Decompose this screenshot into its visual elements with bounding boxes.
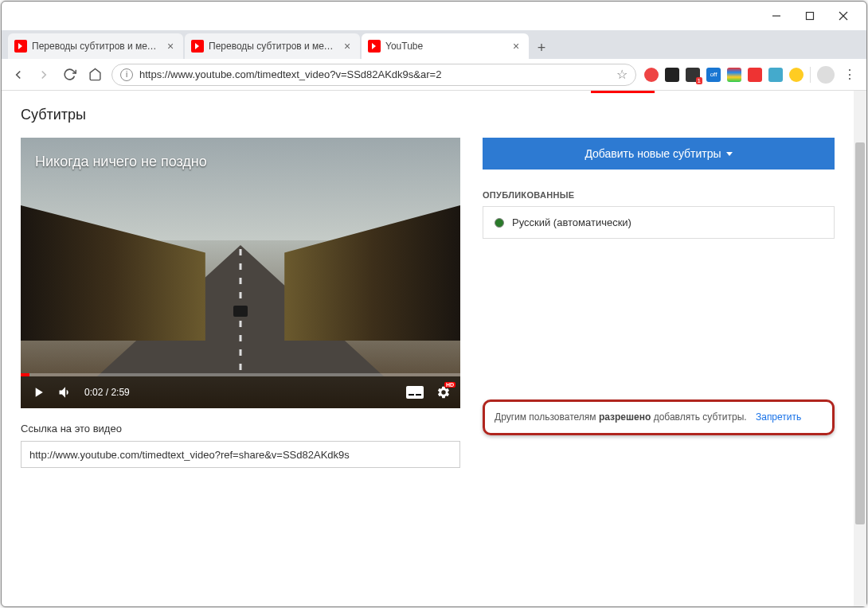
extension-icon[interactable] — [789, 68, 803, 82]
home-button[interactable] — [86, 66, 104, 84]
add-subtitles-button[interactable]: Добавить новые субтитры — [483, 138, 835, 170]
extension-icons: 1 off ⋮ — [644, 66, 858, 84]
new-tab-button[interactable]: + — [530, 37, 553, 59]
url-text: https://www.youtube.com/timedtext_video?… — [139, 68, 610, 80]
extension-icon[interactable] — [644, 68, 659, 82]
video-controls: 0:02 / 2:59 HD — [21, 376, 460, 408]
reload-button[interactable] — [61, 66, 78, 84]
svg-rect-6 — [416, 394, 421, 396]
settings-button[interactable]: HD — [436, 385, 451, 399]
extension-icon[interactable] — [748, 68, 762, 82]
published-label: ОПУБЛИКОВАННЫЕ — [483, 190, 835, 200]
browser-tab-3[interactable]: YouTube × — [362, 33, 529, 59]
back-button[interactable] — [10, 66, 27, 84]
share-link-input[interactable] — [21, 441, 460, 468]
browser-tab-1[interactable]: Переводы субтитров и метадан × — [8, 33, 183, 59]
extension-icon[interactable]: 1 — [686, 68, 700, 82]
site-info-icon[interactable]: i — [120, 68, 133, 81]
forward-button[interactable] — [35, 66, 53, 84]
youtube-icon — [368, 40, 381, 53]
scrollbar[interactable] — [854, 91, 866, 606]
bookmark-star-icon[interactable]: ☆ — [616, 67, 628, 82]
active-tab-indicator — [2, 91, 854, 99]
deny-link[interactable]: Запретить — [756, 411, 801, 423]
permission-notice: Другим пользователям разрешено добавлять… — [483, 399, 835, 435]
window-titlebar — [2, 2, 866, 30]
language-name: Русский (автоматически) — [512, 216, 631, 228]
tab-strip: Переводы субтитров и метадан × Переводы … — [2, 30, 866, 59]
svg-rect-4 — [406, 386, 424, 399]
volume-button[interactable] — [57, 384, 73, 400]
page-heading: Субтитры — [21, 107, 835, 123]
status-dot-icon — [495, 218, 504, 228]
maximize-button[interactable] — [793, 5, 827, 27]
extension-icon[interactable] — [665, 68, 679, 82]
url-input[interactable]: i https://www.youtube.com/timedtext_vide… — [111, 64, 636, 86]
tab-title: Переводы субтитров и метадан — [209, 41, 336, 52]
tab-title: Переводы субтитров и метадан — [32, 41, 159, 52]
close-tab-icon[interactable]: × — [341, 40, 354, 53]
svg-rect-1 — [807, 13, 814, 20]
minimize-button[interactable] — [760, 5, 793, 27]
scrollbar-thumb[interactable] — [855, 142, 865, 524]
hd-badge: HD — [444, 382, 456, 388]
close-tab-icon[interactable]: × — [510, 40, 522, 53]
browser-tab-2[interactable]: Переводы субтитров и метадан × — [185, 33, 360, 59]
language-item[interactable]: Русский (автоматически) — [483, 206, 835, 239]
profile-avatar[interactable] — [817, 66, 835, 84]
close-tab-icon[interactable]: × — [164, 40, 177, 53]
tab-title: YouTube — [385, 41, 505, 52]
svg-rect-5 — [409, 394, 414, 396]
play-button[interactable] — [30, 384, 46, 400]
link-label: Ссылка на это видео — [21, 423, 460, 435]
extension-icon[interactable] — [727, 68, 741, 82]
page-content: Субтитры Никогда ничего не поздно — [2, 91, 854, 606]
address-bar: i https://www.youtube.com/timedtext_vide… — [2, 59, 866, 91]
video-frame — [21, 138, 460, 408]
menu-button[interactable]: ⋮ — [841, 66, 858, 84]
video-player[interactable]: Никогда ничего не поздно 0:02 / 2:59 HD — [21, 138, 460, 408]
divider — [810, 67, 811, 83]
subtitles-button[interactable] — [406, 386, 424, 399]
youtube-icon — [14, 40, 27, 53]
youtube-icon — [191, 40, 204, 53]
extension-icon[interactable] — [768, 68, 783, 82]
extension-icon[interactable]: off — [706, 68, 721, 82]
close-window-button[interactable] — [827, 5, 860, 27]
time-display: 0:02 / 2:59 — [84, 387, 130, 398]
video-title-overlay: Никогда ничего не поздно — [35, 154, 207, 170]
